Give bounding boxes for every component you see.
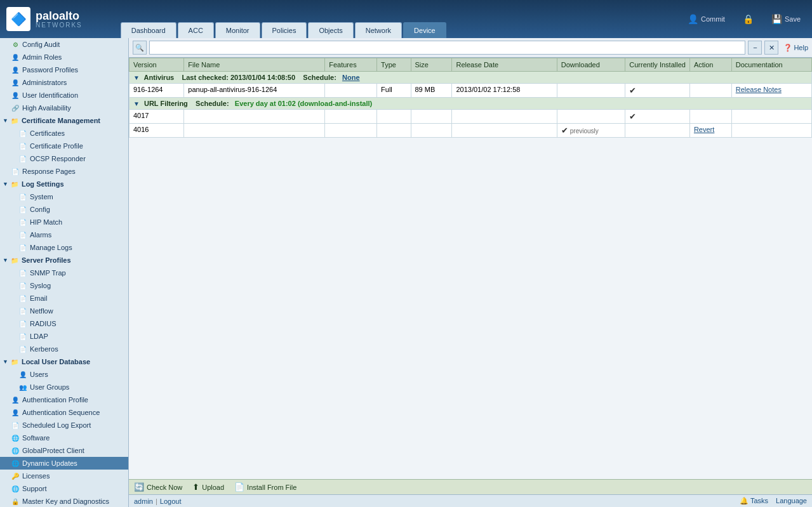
sidebar-item-user-identification[interactable]: 👤 User Identification — [0, 89, 128, 102]
doc-icon: 📄 — [18, 306, 28, 316]
sidebar-item-radius[interactable]: 📄 RADIUS — [0, 317, 128, 330]
close-icon[interactable]: ✕ — [764, 41, 778, 55]
url-4017-release-date — [452, 110, 557, 124]
sidebar-item-master-key-diagnostics[interactable]: 🔒 Master Key and Diagnostics — [0, 495, 128, 507]
antivirus-section-row: ▼ Antivirus Last checked: 2013/01/04 14:… — [130, 72, 812, 84]
sidebar-item-dynamic-updates[interactable]: 🌐 Dynamic Updates — [0, 457, 128, 470]
url-4016-size — [411, 124, 452, 138]
sidebar-item-alarms[interactable]: 📄 Alarms — [0, 228, 128, 241]
search-input[interactable] — [149, 41, 745, 55]
sidebar-item-netflow[interactable]: 📄 Netflow — [0, 305, 128, 317]
doc-icon: 📄 — [18, 344, 28, 354]
install-icon: 📄 — [234, 482, 244, 492]
url-4016-filename — [184, 124, 325, 138]
sidebar-item-scheduled-log-export[interactable]: 📄 Scheduled Log Export — [0, 419, 128, 431]
url-4016-action[interactable]: Revert — [689, 124, 731, 138]
sidebar-item-high-availability[interactable]: 🔗 High Availability — [0, 102, 128, 114]
antivirus-toggle[interactable]: ▼ — [133, 74, 140, 81]
url-filtering-toggle[interactable]: ▼ — [133, 100, 140, 107]
sidebar-item-syslog[interactable]: 📄 Syslog — [0, 279, 128, 292]
sidebar-item-system[interactable]: 📄 System — [0, 190, 128, 203]
sidebar-item-server-profiles[interactable]: ▼ 📁 Server Profiles — [0, 254, 128, 267]
sidebar-item-certificate-profile[interactable]: 📄 Certificate Profile — [0, 140, 128, 152]
sidebar-item-password-profiles[interactable]: 👤 Password Profiles — [0, 63, 128, 76]
cert-icon: 📄 — [18, 154, 28, 164]
sidebar-item-kerberos[interactable]: 📄 Kerberos — [0, 343, 128, 355]
sidebar-item-ldap[interactable]: 📄 LDAP — [0, 330, 128, 343]
tasks-icon: 🔔 — [740, 497, 749, 504]
gear-icon: ⚙ — [10, 39, 20, 49]
antivirus-documentation[interactable]: Release Notes — [731, 84, 811, 98]
url-4016-release-date — [452, 124, 557, 138]
logo: 🔷 paloalto NETWORKS — [6, 7, 83, 31]
tab-acc[interactable]: ACC — [178, 22, 214, 38]
sidebar-item-response-pages[interactable]: 📄 Response Pages — [0, 165, 128, 178]
tree-toggle-icon: ▼ — [3, 181, 8, 187]
minimize-icon[interactable]: − — [748, 41, 762, 55]
sidebar-item-hip-match[interactable]: 📄 HIP Match — [0, 216, 128, 228]
url-filtering-schedule-link[interactable]: Every day at 01:02 (download-and-install… — [235, 100, 372, 107]
sidebar-item-administrators[interactable]: 👤 Administrators — [0, 76, 128, 89]
help-button[interactable]: ❓ Help — [783, 44, 808, 52]
commit-button[interactable]: 👤 Commit — [682, 11, 730, 27]
sidebar-item-email[interactable]: 📄 Email — [0, 292, 128, 305]
tab-dashboard[interactable]: Dashboard — [121, 22, 176, 38]
content-area: 🔍 − ✕ ❓ Help Version File Name Features … — [129, 38, 812, 507]
header: 🔷 paloalto NETWORKS Dashboard ACC Monito… — [0, 0, 812, 38]
sidebar-item-config[interactable]: 📄 Config — [0, 203, 128, 216]
sidebar-item-config-audit[interactable]: ⚙ Config Audit — [0, 38, 128, 51]
updates-table: Version File Name Features Type Size Rel… — [129, 58, 812, 138]
sidebar-item-authentication-sequence[interactable]: 👤 Authentication Sequence — [0, 406, 128, 419]
sidebar-item-globalprotect-client[interactable]: 🌐 GlobalProtect Client — [0, 444, 128, 457]
doc-icon: 📄 — [18, 217, 28, 227]
save-button[interactable]: 💾 Save — [766, 11, 806, 27]
sidebar-item-certificate-management[interactable]: ▼ 📁 Certificate Management — [0, 114, 128, 127]
doc-icon: 📄 — [18, 331, 28, 341]
globe-icon: 🌐 — [10, 458, 20, 468]
url-4017-action — [689, 110, 731, 124]
sidebar-item-admin-roles[interactable]: 👤 Admin Roles — [0, 51, 128, 63]
globe-icon: 🌐 — [10, 433, 20, 443]
language-link[interactable]: Language — [776, 497, 807, 505]
tab-network[interactable]: Network — [355, 22, 402, 38]
install-from-file-button[interactable]: 📄 Install From File — [234, 482, 296, 492]
content-toolbar: 🔍 − ✕ ❓ Help — [129, 38, 812, 58]
logout-link[interactable]: Logout — [160, 497, 182, 505]
sidebar-item-licenses[interactable]: 🔑 Licenses — [0, 470, 128, 482]
person-icon: 👤 — [10, 52, 20, 62]
tab-device[interactable]: Device — [403, 22, 446, 38]
sidebar-item-log-settings[interactable]: ▼ 📁 Log Settings — [0, 178, 128, 190]
tab-policies[interactable]: Policies — [262, 22, 307, 38]
key-icon: 🔑 — [10, 471, 20, 481]
admin-user-link[interactable]: admin — [134, 497, 153, 505]
sidebar-item-users[interactable]: 👤 Users — [0, 368, 128, 381]
antivirus-schedule-link[interactable]: None — [342, 74, 360, 81]
status-bar: admin | Logout 🔔 Tasks Language — [129, 494, 812, 507]
col-action: Action — [689, 58, 731, 72]
doc-icon: 📄 — [18, 192, 28, 202]
tab-objects[interactable]: Objects — [308, 22, 353, 38]
sidebar-item-manage-logs[interactable]: 📄 Manage Logs — [0, 241, 128, 254]
sidebar-item-ocsp-responder[interactable]: 📄 OCSP Responder — [0, 152, 128, 165]
tab-monitor[interactable]: Monitor — [215, 22, 260, 38]
url-4016-features — [325, 124, 377, 138]
url-4016-documentation — [731, 124, 811, 138]
sidebar-item-software[interactable]: 🌐 Software — [0, 431, 128, 444]
sidebar-item-local-user-database[interactable]: ▼ 📁 Local User Database — [0, 355, 128, 368]
sidebar-item-certificates[interactable]: 📄 Certificates — [0, 127, 128, 140]
lock-button[interactable]: 🔒 — [738, 11, 759, 27]
cert-icon: 📄 — [18, 141, 28, 151]
tasks-link[interactable]: 🔔 Tasks — [740, 497, 768, 505]
sidebar-item-snmp-trap[interactable]: 📄 SNMP Trap — [0, 267, 128, 279]
folder-icon: 📁 — [10, 179, 20, 189]
sidebar-item-authentication-profile[interactable]: 👤 Authentication Profile — [0, 393, 128, 406]
sidebar-item-support[interactable]: 🌐 Support — [0, 482, 128, 495]
url-4017-features — [325, 110, 377, 124]
sidebar: ⚙ Config Audit 👤 Admin Roles 👤 Password … — [0, 38, 129, 507]
upload-button[interactable]: ⬆ Upload — [192, 482, 224, 492]
main-layout: ⚙ Config Audit 👤 Admin Roles 👤 Password … — [0, 38, 812, 507]
doc-icon: 📄 — [18, 319, 28, 329]
sidebar-item-user-groups[interactable]: 👥 User Groups — [0, 381, 128, 393]
check-now-button[interactable]: 🔄 Check Now — [134, 482, 182, 492]
col-features: Features — [325, 58, 377, 72]
